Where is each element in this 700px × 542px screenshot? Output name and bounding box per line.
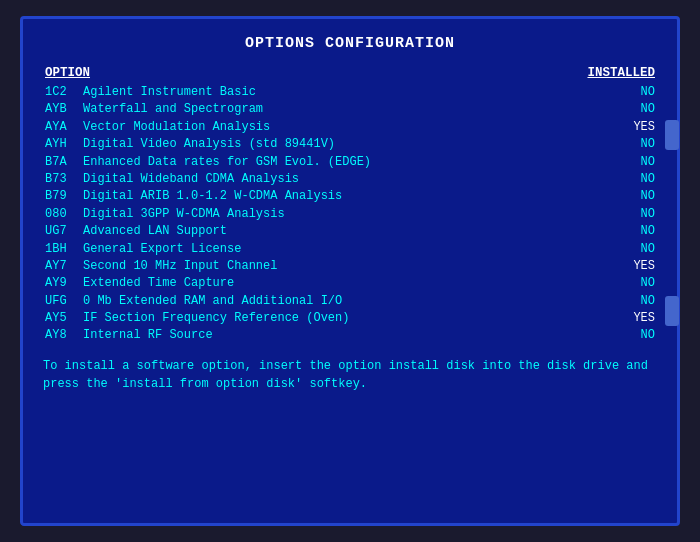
option-code: B7A [45, 154, 83, 171]
table-row: B73Digital Wideband CDMA AnalysisNO [43, 171, 657, 188]
table-row: 080Digital 3GPP W-CDMA AnalysisNO [43, 206, 657, 223]
table-row: AY8Internal RF SourceNO [43, 327, 657, 344]
installed-col-header: INSTALLED [587, 66, 655, 80]
option-status: NO [615, 241, 655, 258]
option-description: Digital Video Analysis (std 89441V) [83, 136, 615, 153]
scroll-indicator-bottom[interactable] [665, 296, 679, 326]
option-description: Advanced LAN Support [83, 223, 615, 240]
option-code: UG7 [45, 223, 83, 240]
option-code: 1BH [45, 241, 83, 258]
option-status: NO [615, 136, 655, 153]
option-status: NO [615, 275, 655, 292]
option-status: NO [615, 101, 655, 118]
option-description: Second 10 MHz Input Channel [83, 258, 615, 275]
option-code: AY8 [45, 327, 83, 344]
option-description: Digital Wideband CDMA Analysis [83, 171, 615, 188]
option-code: 080 [45, 206, 83, 223]
option-code: AYH [45, 136, 83, 153]
option-description: Vector Modulation Analysis [83, 119, 615, 136]
option-description: 0 Mb Extended RAM and Additional I/O [83, 293, 615, 310]
table-row: 1BHGeneral Export LicenseNO [43, 241, 657, 258]
option-code: AYB [45, 101, 83, 118]
option-status: NO [615, 293, 655, 310]
option-description: IF Section Frequency Reference (Oven) [83, 310, 615, 327]
option-status: YES [615, 258, 655, 275]
option-description: Agilent Instrument Basic [83, 84, 615, 101]
option-code: 1C2 [45, 84, 83, 101]
option-status: NO [615, 206, 655, 223]
table-row: AYAVector Modulation AnalysisYES [43, 119, 657, 136]
option-status: NO [615, 327, 655, 344]
option-description: Extended Time Capture [83, 275, 615, 292]
option-status: NO [615, 171, 655, 188]
table-row: AY7Second 10 MHz Input ChannelYES [43, 258, 657, 275]
option-status: NO [615, 223, 655, 240]
option-description: Enhanced Data rates for GSM Evol. (EDGE) [83, 154, 615, 171]
option-description: Digital 3GPP W-CDMA Analysis [83, 206, 615, 223]
option-description: General Export License [83, 241, 615, 258]
option-code: AY5 [45, 310, 83, 327]
option-code: AY9 [45, 275, 83, 292]
scroll-indicator-top[interactable] [665, 120, 679, 150]
option-code: UFG [45, 293, 83, 310]
option-status: NO [615, 84, 655, 101]
option-description: Internal RF Source [83, 327, 615, 344]
table-row: AY9Extended Time CaptureNO [43, 275, 657, 292]
table-row: 1C2Agilent Instrument BasicNO [43, 84, 657, 101]
footer-text: To install a software option, insert the… [43, 357, 657, 393]
table-row: AYHDigital Video Analysis (std 89441V)NO [43, 136, 657, 153]
option-col-header: OPTION [45, 66, 90, 80]
table-row: UG7Advanced LAN SupportNO [43, 223, 657, 240]
option-status: NO [615, 188, 655, 205]
option-code: B79 [45, 188, 83, 205]
option-description: Waterfall and Spectrogram [83, 101, 615, 118]
table-row: B7AEnhanced Data rates for GSM Evol. (ED… [43, 154, 657, 171]
option-description: Digital ARIB 1.0-1.2 W-CDMA Analysis [83, 188, 615, 205]
table-row: AY5IF Section Frequency Reference (Oven)… [43, 310, 657, 327]
screen: OPTIONS CONFIGURATION OPTION INSTALLED 1… [20, 16, 680, 526]
option-status: YES [615, 119, 655, 136]
option-code: AY7 [45, 258, 83, 275]
table-row: UFG0 Mb Extended RAM and Additional I/ON… [43, 293, 657, 310]
table-header: OPTION INSTALLED [43, 66, 657, 80]
table-row: AYBWaterfall and SpectrogramNO [43, 101, 657, 118]
table-row: B79Digital ARIB 1.0-1.2 W-CDMA AnalysisN… [43, 188, 657, 205]
options-list: 1C2Agilent Instrument BasicNOAYBWaterfal… [43, 84, 657, 345]
option-status: NO [615, 154, 655, 171]
option-code: B73 [45, 171, 83, 188]
option-status: YES [615, 310, 655, 327]
option-code: AYA [45, 119, 83, 136]
title: OPTIONS CONFIGURATION [43, 35, 657, 52]
